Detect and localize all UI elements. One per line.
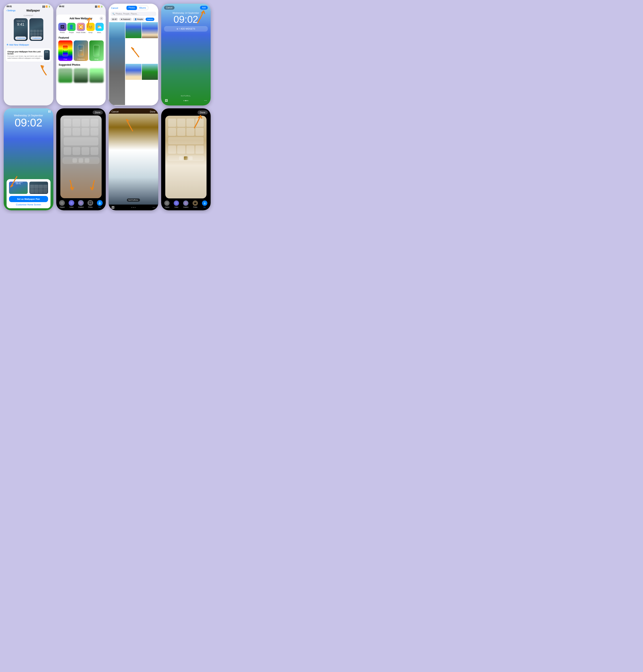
photo-cell-2[interactable] [125,22,142,38]
phone-6-home-edit: Done [56,108,106,210]
signal-icon: ▐▐ [42,5,45,8]
photo-cell-1[interactable] [109,22,125,105]
shuffle-type-icon: 🔀 [77,23,85,31]
p8-done-btn[interactable]: Done [197,110,208,114]
photo-cell-4[interactable] [125,64,142,80]
search-icon: 🔍 [112,13,115,15]
p8-option-gradient[interactable]: Gradient [183,200,189,208]
customise-home-btn[interactable]: Customise [31,37,42,40]
p5-pair-previews: Tuesday 9 January 09:41 [9,182,48,194]
p8-option-original[interactable]: Original [164,200,170,208]
colour-circle [69,200,74,206]
photos-type-icon: 🖼 [58,23,66,31]
plus-icon: ⊕ [7,43,9,46]
page-title-1: Wallpaper [15,9,51,12]
customise-lock-btn[interactable]: Customise [15,37,26,40]
p4-top-bar: Cancel Add [161,4,211,11]
p7-top-bar: Cancel Done [109,108,158,114]
home-screen-preview[interactable]: Customise [29,18,43,41]
filter-nature[interactable]: Nature [146,18,154,21]
p8-photos-circle: 🏔 [193,200,198,206]
set-pair-button[interactable]: Set as Wallpaper Pair [9,196,48,202]
photo-cell-3[interactable] [142,22,158,38]
p8-option-blur[interactable]: 💧 Blur [202,200,207,208]
p8-option-colour[interactable]: Colour [174,200,179,208]
type-people[interactable]: 👤 People [67,23,75,34]
p7-done-label: Done [150,110,155,113]
p7-cancel-btn[interactable]: Cancel [111,110,119,113]
featured-pride[interactable]: 9:41 Pride [58,40,73,61]
p4-widgets-area[interactable]: ⊕ + ADD WIDGETS [164,26,208,32]
search-bar[interactable]: 🔍 Photos, People, Places... [111,12,156,16]
p8-original-label: Original [165,207,169,208]
info-text: Change your Wallpaper from the Lock Scre… [8,51,43,59]
option-blur[interactable]: 💧 Blur [97,200,102,208]
tab-albums[interactable]: Albums [137,6,148,10]
add-wallpaper-sheet: Add New Wallpaper ✕ 🖼 Photos 👤 People 🔀 … [56,15,106,105]
person-icon: 👤 [134,18,137,20]
photo-cell-5[interactable] [142,64,158,80]
featured-collections[interactable]: 9:41 Collections [74,40,88,61]
tab-photos[interactable]: Photos [126,6,137,10]
filter-people[interactable]: 👤 People [133,18,145,21]
p8-bottom-options: Original Colour Gradient 🏔 Photos 💧 Blur [161,199,211,210]
info-thumb-time: 9:41 [44,51,50,53]
info-desc: From your Lock Screen, tap and hold to a… [8,55,43,59]
phone-2-add-wallpaper: 09:02 ▐▐ 📶 🔋 Add New Wallpaper ✕ 🖼 Photo… [56,4,106,105]
emoji-card-label: Emoji [89,58,104,60]
star-icon: ★ [121,18,122,20]
search-placeholder: Photos, People, Places... [116,13,138,15]
suggested-photo-3[interactable] [89,68,104,83]
p7-more-icon[interactable]: ⋯ [153,206,155,209]
p8-blur-label: Blur [204,207,206,208]
signal-icon-2: ▐▐ [95,5,97,8]
option-colour[interactable]: Colour [69,200,74,208]
weather-type-label: Weat... [97,32,102,34]
p4-dots [183,100,188,101]
featured-emoji[interactable]: 🎄🎄🎄🎄🎄🎄🎄🎄 Emoji [89,40,104,61]
p5-mini-time: 09:41 [9,183,28,185]
suggested-photo-1[interactable] [58,68,73,83]
featured-cards-row: 9:41 Pride 9:41 [56,40,106,61]
lock-screen-preview[interactable]: Tuesday 9 January 9:41 Customise [14,18,28,41]
signal-5: ▐▐ [48,110,50,112]
option-original[interactable]: Original [59,200,65,208]
customise-home-link[interactable]: Customise Home Screen [9,203,48,206]
modal-close-btn[interactable]: ✕ [100,17,103,20]
type-photos[interactable]: 🖼 Photos [58,23,66,34]
option-gradient[interactable]: Gradient [78,200,84,208]
filter-featured[interactable]: ★ Featured [119,18,132,21]
p8-option-photos[interactable]: 🏔 Photos [193,200,198,208]
phone-7-photo-waterfall: Cancel Done NATURAL 🖼 ⋯ [109,108,158,210]
p4-cancel-btn[interactable]: Cancel [164,6,174,10]
wallpaper-previews: Tuesday 9 January 9:41 Customise [4,17,53,42]
p4-add-btn[interactable]: Add [200,6,208,10]
featured-section-title: Featured [56,36,106,40]
p8-dock [167,155,205,161]
suggested-photo-2[interactable] [74,68,88,83]
p4-time: 09:02 [161,15,211,24]
wallpaper-type-row: 🖼 Photos 👤 People 🔀 Photo Shuffle 😊 Emoj… [56,22,106,36]
type-emoji[interactable]: 😊 Emoji [86,23,95,34]
type-shuffle[interactable]: 🔀 Photo Shuffle [76,23,86,34]
pride-label: Pride [58,58,73,60]
filter-all[interactable]: ⊞ All [111,18,118,21]
add-wallpaper-button[interactable]: ⊕ Add New Wallpaper [4,42,53,48]
plus-icon-widget: ⊕ [177,28,178,30]
blur-label: Blur [99,207,101,208]
status-time-1: 09:01 [7,5,12,8]
option-photos[interactable]: 🖼 Photos [87,200,93,208]
back-button-1[interactable]: ‹ Settings [6,9,15,12]
p8-inner-phone [165,116,207,198]
picker-cancel-btn[interactable]: Cancel [111,7,118,9]
type-weather[interactable]: ⛅ Weat... [96,23,104,34]
filter-row: ⊞ All ★ Featured 👤 People Nature [109,17,158,22]
p4-more-icon[interactable]: ⋯ [204,99,207,102]
info-title: Change your Wallpaper from the Lock Scre… [8,51,43,55]
phone-8-home-wallpaper: Done [161,108,211,210]
p5-time: 09:02 [4,117,53,128]
p6-done-btn[interactable]: Done [93,110,103,114]
main-grid: 09:01 ▐▐ 📶 🔋 ‹ Settings Wallpaper CURREN… [4,4,211,210]
p5-status: ▐▐ [4,108,53,113]
p8-done-bar: Done [161,108,211,115]
